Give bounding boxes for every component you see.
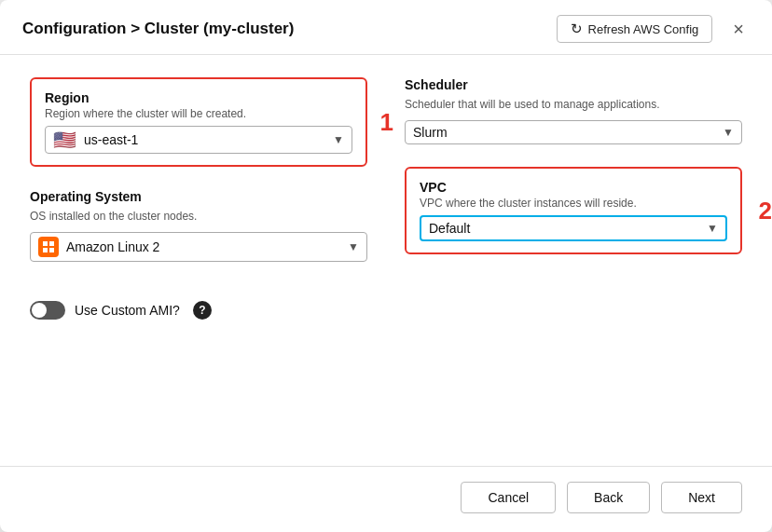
- close-button[interactable]: ×: [727, 18, 750, 40]
- vpc-desc: VPC where the cluster instances will res…: [420, 197, 727, 210]
- os-label: Operating System: [30, 189, 367, 204]
- svg-rect-1: [49, 241, 54, 246]
- region-box: Region Region where the cluster will be …: [30, 77, 367, 167]
- region-chevron-icon: ▼: [333, 133, 344, 146]
- vpc-section: VPC VPC where the cluster instances will…: [405, 167, 742, 254]
- os-select-wrapper[interactable]: Amazon Linux 2 Ubuntu 20.04 CentOS 7 ▼: [30, 232, 367, 262]
- scheduler-label: Scheduler: [405, 77, 742, 92]
- right-column: Scheduler Scheduler that will be used to…: [405, 77, 742, 320]
- back-button[interactable]: Back: [567, 482, 650, 513]
- vpc-box: VPC VPC where the cluster instances will…: [405, 167, 742, 254]
- svg-rect-2: [43, 248, 48, 252]
- custom-ami-row: Use Custom AMI? ?: [30, 301, 367, 320]
- refresh-label: Refresh AWS Config: [588, 22, 699, 36]
- region-select-wrapper[interactable]: 🇺🇸 us-east-1 us-west-2 eu-west-1 ▼: [45, 126, 352, 154]
- scheduler-section: Scheduler Scheduler that will be used to…: [405, 77, 742, 144]
- region-section: Region Region where the cluster will be …: [30, 77, 367, 167]
- modal-body: Region Region where the cluster will be …: [0, 55, 772, 466]
- left-column: Region Region where the cluster will be …: [30, 77, 367, 320]
- vpc-label: VPC: [420, 180, 727, 195]
- custom-ami-help-icon[interactable]: ?: [193, 301, 212, 320]
- step-2-badge: 2: [759, 197, 772, 225]
- vpc-chevron-icon: ▼: [707, 222, 718, 235]
- modal-header: Configuration > Cluster (my-cluster) ↻ R…: [0, 0, 772, 55]
- svg-rect-3: [49, 248, 54, 252]
- custom-ami-toggle[interactable]: [30, 301, 65, 320]
- scheduler-desc: Scheduler that will be used to manage ap…: [405, 98, 742, 111]
- refresh-icon: ↻: [571, 20, 583, 37]
- form-grid: Region Region where the cluster will be …: [30, 77, 742, 320]
- modal-title: Configuration > Cluster (my-cluster): [22, 20, 294, 38]
- header-actions: ↻ Refresh AWS Config ×: [557, 15, 750, 43]
- os-icon: [38, 237, 59, 257]
- region-select[interactable]: us-east-1 us-west-2 eu-west-1: [84, 132, 325, 147]
- vpc-select[interactable]: Default vpc-abc123 vpc-def456: [429, 221, 699, 236]
- os-chevron-icon: ▼: [348, 240, 359, 253]
- custom-ami-label: Use Custom AMI?: [75, 303, 180, 318]
- scheduler-select-wrapper[interactable]: Slurm SGE Torque ▼: [405, 120, 742, 144]
- os-section: Operating System OS installed on the clu…: [30, 189, 367, 262]
- modal: Configuration > Cluster (my-cluster) ↻ R…: [0, 0, 772, 532]
- cancel-button[interactable]: Cancel: [461, 482, 556, 513]
- svg-rect-0: [43, 241, 48, 246]
- scheduler-select[interactable]: Slurm SGE Torque: [413, 125, 715, 140]
- region-desc: Region where the cluster will be created…: [45, 107, 352, 120]
- refresh-aws-config-button[interactable]: ↻ Refresh AWS Config: [557, 15, 713, 43]
- os-select[interactable]: Amazon Linux 2 Ubuntu 20.04 CentOS 7: [66, 239, 340, 254]
- step-1-badge: 1: [380, 108, 393, 137]
- region-flag: 🇺🇸: [53, 130, 76, 149]
- vpc-select-wrapper[interactable]: Default vpc-abc123 vpc-def456 ▼: [420, 215, 727, 241]
- region-label: Region: [45, 90, 352, 105]
- scheduler-chevron-icon: ▼: [723, 126, 734, 139]
- os-desc: OS installed on the cluster nodes.: [30, 210, 367, 223]
- next-button[interactable]: Next: [661, 482, 742, 513]
- modal-footer: Cancel Back Next: [0, 466, 772, 532]
